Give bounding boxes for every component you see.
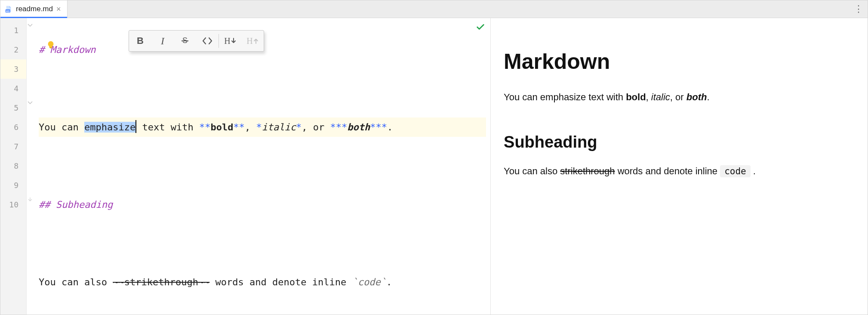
preview-h2: Subheading	[504, 130, 855, 154]
code-line	[39, 311, 486, 315]
code-line	[39, 234, 486, 253]
preview-pane: Markdown You can emphasize text with bol…	[491, 18, 868, 315]
floating-format-toolbar: B I S H H	[129, 30, 264, 52]
code-line: You can also ~~strikethrough~~ words and…	[39, 272, 486, 292]
tab-bar-actions: ⋮	[850, 0, 868, 18]
code-line: You can emphasize text with **bold**, *i…	[39, 117, 486, 137]
line-number[interactable]: 7	[0, 137, 26, 156]
svg-text:MD: MD	[6, 10, 10, 12]
code-line: ## Subheading	[39, 195, 486, 214]
line-number[interactable]: 4	[0, 79, 26, 98]
preview-h1: Markdown	[504, 46, 855, 78]
preview-paragraph: You can emphasize text with bold, italic…	[504, 90, 855, 104]
code-button[interactable]	[196, 31, 219, 51]
line-number-gutter: 1 2 3 4 5 6 7 8 9 10	[0, 18, 27, 315]
tab-more-icon[interactable]: ⋮	[854, 3, 863, 15]
editor-pane: 1 2 3 4 5 6 7 8 9 10 # Markdown You can …	[0, 18, 491, 315]
line-number[interactable]: 3	[0, 59, 26, 79]
code-area[interactable]: # Markdown You can emphasize text with *…	[36, 18, 490, 315]
text-selection: emphasize	[84, 122, 135, 133]
italic-button[interactable]: I	[151, 31, 174, 51]
code-line	[39, 156, 486, 176]
line-number[interactable]: 2	[0, 40, 26, 59]
line-number[interactable]: 5	[0, 98, 26, 117]
heading-up-button[interactable]: H	[241, 31, 264, 51]
lightbulb-icon[interactable]	[46, 40, 55, 49]
fold-marker-icon[interactable]	[27, 100, 35, 108]
preview-paragraph: You can also strikethrough words and den…	[504, 164, 855, 179]
line-number[interactable]: 6	[0, 117, 26, 137]
heading-down-button[interactable]: H	[219, 31, 241, 51]
line-number[interactable]: 8	[0, 156, 26, 176]
fold-column	[27, 18, 36, 315]
inspection-ok-icon[interactable]	[476, 22, 485, 34]
fold-marker-icon[interactable]	[27, 22, 35, 30]
markdown-file-icon: MD	[5, 5, 12, 13]
tab-bar: MD readme.md × ⋮	[0, 0, 868, 18]
bold-button[interactable]: B	[129, 31, 151, 51]
line-number[interactable]: 1	[0, 21, 26, 40]
line-number[interactable]: 9	[0, 176, 26, 195]
strikethrough-button[interactable]: S	[174, 31, 196, 51]
main-split: 1 2 3 4 5 6 7 8 9 10 # Markdown You can …	[0, 18, 868, 315]
code-line	[39, 79, 486, 98]
fold-end-marker-icon[interactable]	[27, 197, 35, 204]
close-tab-icon[interactable]: ×	[56, 5, 61, 13]
line-number[interactable]: 10	[0, 195, 26, 214]
tab-readme[interactable]: MD readme.md ×	[0, 0, 68, 18]
svg-rect-2	[50, 47, 52, 48]
tab-filename: readme.md	[16, 5, 53, 13]
